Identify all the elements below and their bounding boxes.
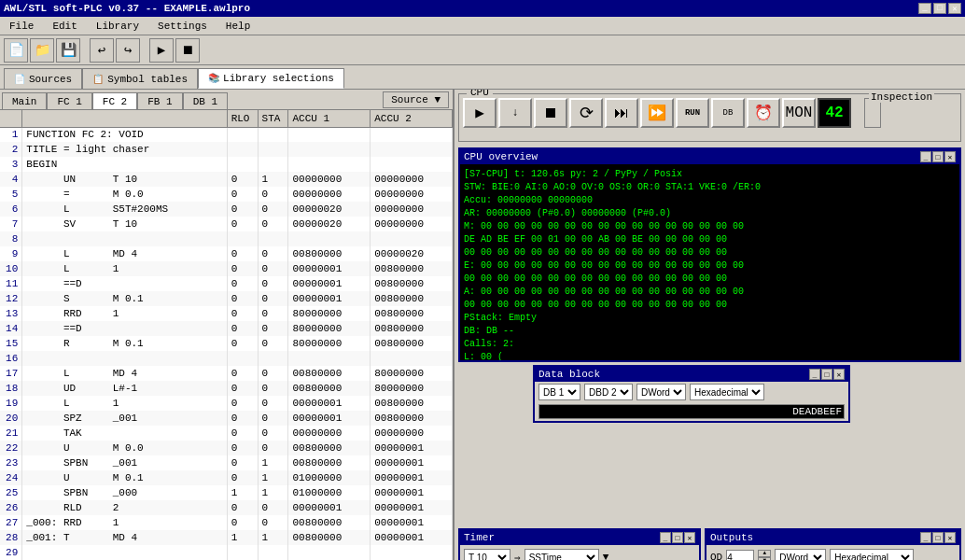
table-row[interactable]: 11 ==D 0 0 00000001 00800000 — [0, 276, 453, 291]
accu1-val: 00000001 — [288, 411, 371, 426]
table-row[interactable]: 22 U M 0.0 0 0 00800000 00000001 — [0, 441, 453, 455]
table-row[interactable]: 10 L 1 0 0 00000001 00800000 — [0, 261, 453, 276]
menu-library[interactable]: Library — [91, 19, 145, 34]
timer-close[interactable]: ✕ — [684, 532, 695, 543]
table-row[interactable]: 15 R M 0.1 0 0 80000000 00800000 — [0, 336, 453, 351]
menu-settings[interactable]: Settings — [152, 19, 213, 34]
table-row[interactable]: 18 UD L#-1 0 0 00800000 80000000 — [0, 381, 453, 396]
table-row[interactable]: 9 L MD 4 0 0 00800000 00000020 — [0, 246, 453, 261]
table-row[interactable]: 12 S M 0.1 0 0 00000001 00800000 — [0, 291, 453, 306]
table-row[interactable]: 4 UN T 10 0 1 00000000 00000000 — [0, 172, 453, 187]
new-btn[interactable]: 📄 — [4, 38, 28, 63]
data-block-title-bar[interactable]: Data block _ □ ✕ — [535, 367, 848, 382]
minimize-btn[interactable]: _ — [918, 3, 931, 14]
cpu-step-btn[interactable]: ⏭ — [605, 98, 638, 128]
title-bar-buttons[interactable]: _ □ ✕ — [918, 3, 961, 14]
rlo-val: 1 — [227, 530, 258, 545]
table-row[interactable]: 27 _000: RRD 1 0 0 00800000 00000001 — [0, 515, 453, 530]
table-row[interactable]: 24 U M 0.1 0 1 01000000 00000001 — [0, 470, 453, 485]
outputs-restore[interactable]: □ — [932, 532, 944, 543]
table-row[interactable]: 2 TITLE = light chaser — [0, 142, 453, 157]
cpu-fast-btn[interactable]: ⏩ — [640, 98, 674, 128]
cpu-monitor-btn[interactable]: MON — [782, 98, 816, 128]
save-btn[interactable]: 💾 — [56, 38, 80, 63]
dbd-select[interactable]: DBD 2 — [584, 384, 633, 400]
outputs-stepper[interactable]: ▲ ▼ — [758, 550, 771, 560]
undo-btn[interactable]: ↩ — [90, 38, 114, 63]
cpu-reset-btn[interactable]: ⟳ — [569, 98, 603, 128]
table-row[interactable]: 13 RRD 1 0 0 80000000 00800000 — [0, 306, 453, 321]
code-text: L MD 4 — [22, 246, 227, 261]
table-row[interactable]: 20 SPZ _001 0 0 00000001 00800000 — [0, 411, 453, 426]
table-row[interactable]: 5 = M 0.0 0 0 00000000 00000000 — [0, 187, 453, 202]
outputs-format-select[interactable]: Hexadecimal — [830, 549, 914, 560]
cpu-overview-restore[interactable]: □ — [932, 151, 944, 162]
tab-fc2[interactable]: FC 2 — [92, 92, 137, 109]
open-btn[interactable]: 📁 — [30, 38, 54, 63]
data-block-value-row: DEADBEEF — [535, 402, 848, 421]
run-btn[interactable]: ▶ — [149, 38, 174, 63]
outputs-minimize[interactable]: _ — [920, 532, 931, 543]
table-row[interactable]: 16 — [0, 351, 453, 366]
db-select[interactable]: DB 1 — [538, 384, 580, 400]
outputs-type-select[interactable]: DWord — [775, 549, 826, 560]
table-row[interactable]: 23 SPBN _001 0 1 00800000 00000001 — [0, 455, 453, 470]
outputs-close[interactable]: ✕ — [944, 532, 956, 543]
table-row[interactable]: 19 L 1 0 0 00000001 00800000 — [0, 396, 453, 411]
db-type-select[interactable]: DWord — [636, 384, 686, 400]
redo-btn[interactable]: ↪ — [116, 38, 140, 63]
outputs-k-input[interactable] — [726, 550, 754, 560]
db-format-select[interactable]: Hexadecimal — [690, 384, 764, 400]
table-row[interactable]: 17 L MD 4 0 0 00800000 80000000 — [0, 366, 453, 381]
maximize-btn[interactable]: □ — [933, 3, 946, 14]
tab-sources[interactable]: 📄 Sources — [4, 68, 82, 89]
tab-fc1[interactable]: FC 1 — [47, 92, 91, 109]
sta-val: 0 — [258, 381, 288, 396]
table-row[interactable]: 3 BEGIN — [0, 157, 453, 172]
table-row[interactable]: 25 SPBN _000 1 1 01000000 00000001 — [0, 485, 453, 500]
cpu-overview-close[interactable]: ✕ — [944, 151, 956, 162]
table-row[interactable]: 28 _001: T MD 4 1 1 00800000 00000001 — [0, 530, 453, 545]
table-row[interactable]: 6 L S5T#200MS 0 0 00000020 00000000 — [0, 202, 453, 217]
table-row[interactable]: 7 SV T 10 0 0 00000020 00000000 — [0, 217, 453, 231]
timer-select[interactable]: T 10 — [464, 549, 510, 560]
tab-symbol-tables[interactable]: 📋 Symbol tables — [82, 68, 198, 89]
menu-edit[interactable]: Edit — [47, 19, 82, 34]
outputs-up-btn[interactable]: ▲ — [758, 550, 771, 557]
data-block-restore[interactable]: □ — [821, 369, 832, 380]
table-row[interactable]: 21 TAK 0 0 00000000 00000000 — [0, 426, 453, 441]
cpu-overview-title-bar[interactable]: CPU overview _ □ ✕ — [460, 149, 959, 164]
data-block-minimize[interactable]: _ — [809, 369, 820, 380]
close-btn[interactable]: ✕ — [948, 3, 961, 14]
cpu-clock-btn[interactable]: ⏰ — [747, 98, 780, 128]
outputs-title-bar[interactable]: Outputs _ □ ✕ — [706, 530, 959, 545]
source-dropdown-btn[interactable]: Source ▼ — [383, 91, 449, 108]
cpu-pause-btn[interactable]: ↓ — [498, 98, 532, 128]
tab-main[interactable]: Main — [2, 92, 47, 109]
timer-type-select[interactable]: SSTime — [524, 549, 599, 560]
cpu-run-btn[interactable]: RUN — [676, 98, 709, 128]
cpu-play-btn[interactable]: ▶ — [463, 98, 496, 128]
tab-fb1[interactable]: FB 1 — [137, 92, 182, 109]
table-row[interactable]: 29 — [0, 545, 453, 560]
table-row[interactable]: 8 — [0, 231, 453, 246]
tab-db1[interactable]: DB 1 — [183, 92, 228, 109]
stop-btn[interactable]: ⏹ — [175, 38, 200, 63]
cpu-db-btn[interactable]: DB — [711, 98, 745, 128]
left-panel: Main FC 1 FC 2 FB 1 DB 1 Source ▼ RLO ST… — [0, 90, 455, 560]
menu-help[interactable]: Help — [220, 19, 256, 34]
db-value-input[interactable]: DEADBEEF — [538, 404, 845, 419]
timer-restore[interactable]: □ — [672, 532, 683, 543]
table-row[interactable]: 1 FUNCTION FC 2: VOID — [0, 127, 453, 142]
timer-title-bar[interactable]: Timer _ □ ✕ — [460, 530, 699, 545]
table-row[interactable]: 14 ==D 0 0 80000000 00800000 — [0, 321, 453, 336]
timer-minimize[interactable]: _ — [660, 532, 671, 543]
cpu-overview-minimize[interactable]: _ — [920, 151, 931, 162]
data-block-close[interactable]: ✕ — [833, 369, 845, 380]
table-row[interactable]: 26 RLD 2 0 0 00000001 00000001 — [0, 500, 453, 515]
cpu-42-btn[interactable]: 42 — [818, 98, 851, 128]
tab-library-selections[interactable]: 📚 Library selections — [198, 68, 344, 89]
cpu-stop-btn[interactable]: ⏹ — [534, 98, 567, 128]
menu-file[interactable]: File — [4, 19, 39, 34]
rlo-val: 0 — [227, 426, 258, 441]
